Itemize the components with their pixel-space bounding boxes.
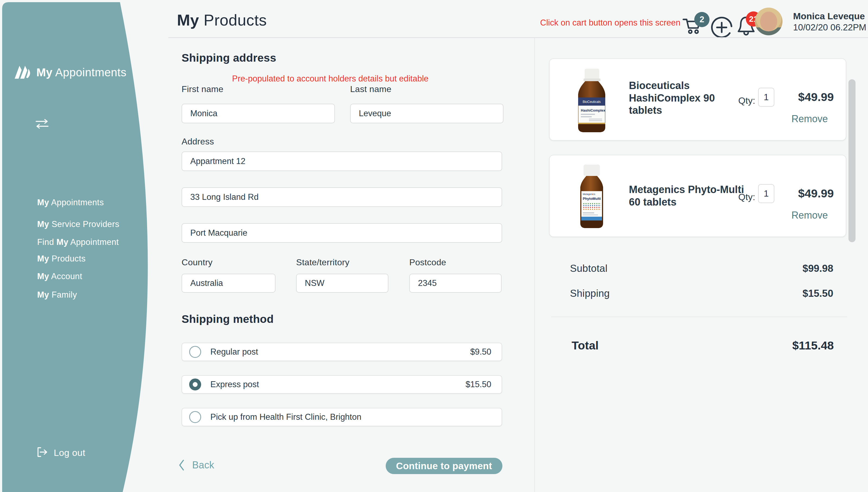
shipping-label: Shipping (570, 288, 610, 299)
last-name-field[interactable]: Leveque (350, 104, 504, 123)
back-button[interactable]: Back (179, 460, 214, 471)
shipping-method-heading: Shipping method (182, 313, 274, 325)
first-name-label: First name (182, 84, 223, 94)
sidebar-item-my-account[interactable]: My Account (37, 272, 82, 281)
user-name: Monica Leveque (793, 11, 865, 21)
sidebar-item-my-family[interactable]: My Family (37, 290, 77, 300)
shipping-value: $15.50 (802, 288, 833, 299)
avatar[interactable] (755, 7, 783, 35)
cart-item-price: $49.99 (798, 91, 834, 104)
radio-pickup[interactable] (189, 411, 201, 423)
summary-divider (551, 317, 847, 317)
product-image-phytomulti: Metagenics PhytoMulti (570, 163, 613, 229)
cart-item-name: Metagenics Phyto-Multi 60 tablets (629, 183, 750, 208)
header-divider (168, 37, 868, 38)
logout-icon (36, 446, 48, 459)
logout-label: Log out (54, 447, 85, 458)
cart-button[interactable]: 2 (682, 14, 710, 39)
chevron-left-icon (179, 460, 184, 471)
subtotal-label: Subtotal (570, 263, 608, 274)
address-line2-field[interactable]: 33 Long Island Rd (182, 187, 502, 207)
shipping-option-express-post[interactable]: Express post $15.50 (182, 375, 502, 394)
qty-label: Qty: (738, 192, 755, 202)
country-field[interactable]: Australia (182, 274, 276, 293)
radio-express-post[interactable] (189, 378, 201, 390)
sidebar-item-my-service-providers[interactable]: My Service Providers (37, 219, 120, 229)
total-label: Total (571, 339, 599, 352)
postcode-label: Postcode (409, 257, 446, 267)
shipping-option-regular-post[interactable]: Regular post $9.50 (182, 343, 502, 361)
remove-item-link[interactable]: Remove (791, 210, 828, 221)
sidebar-item-my-appointments[interactable]: My Appointments (37, 198, 104, 207)
country-label: Country (182, 257, 212, 267)
logout-button[interactable]: Log out (36, 446, 85, 459)
form-annotation: Pre-populated to account holders details… (232, 74, 429, 83)
qty-label: Qty: (738, 95, 755, 106)
product-image-hashicomplex: BioCeuticals HashiComplex (570, 68, 613, 133)
qty-input[interactable]: 1 (758, 184, 774, 203)
user-datetime: 10/02/20 06.22PM (793, 22, 866, 32)
sidebar-item-find-my-appointment[interactable]: Find My Appointment (37, 237, 119, 247)
address-line3-field[interactable]: Port Macquarie (182, 223, 502, 243)
svg-text:HashiComplex: HashiComplex (581, 108, 606, 113)
page-title: My Products (177, 11, 267, 29)
total-value: $115.48 (792, 339, 834, 352)
header-annotation: Click on cart button opens this screen (540, 18, 681, 28)
address-label: Address (182, 137, 214, 147)
subtotal-value: $99.98 (802, 263, 833, 274)
shipping-option-pickup[interactable]: Pick up from Health First Clinic, Bright… (182, 408, 502, 426)
state-label: State/territory (296, 257, 350, 267)
scrollbar[interactable] (848, 79, 856, 242)
radio-regular-post[interactable] (189, 346, 201, 358)
app-logo-text: My Appointments (36, 66, 126, 79)
last-name-label: Last name (350, 84, 391, 94)
app-logo: My Appointments (14, 65, 126, 80)
cart-count-badge: 2 (694, 12, 710, 27)
sidebar-item-my-products[interactable]: My Products (37, 254, 85, 264)
postcode-field[interactable]: 2345 (409, 274, 502, 293)
panel-divider (534, 38, 535, 492)
svg-text:Metagenics: Metagenics (583, 193, 595, 196)
svg-text:BioCeuticals: BioCeuticals (583, 100, 601, 104)
cart-item-price: $49.99 (798, 187, 834, 200)
cart-item-card: BioCeuticals HashiComplex Bioceuticals H… (549, 58, 846, 141)
swap-arrows-icon[interactable] (35, 119, 49, 130)
first-name-field[interactable]: Monica (182, 104, 335, 123)
remove-item-link[interactable]: Remove (791, 113, 828, 125)
mountain-logo-icon (14, 65, 32, 80)
add-product-button[interactable] (710, 16, 733, 40)
svg-text:PhytoMulti: PhytoMulti (583, 197, 601, 201)
shipping-address-heading: Shipping address (182, 52, 276, 64)
qty-input[interactable]: 1 (758, 88, 774, 107)
address-line1-field[interactable]: Appartment 12 (182, 151, 502, 171)
state-field[interactable]: NSW (296, 274, 388, 293)
cart-item-name: Bioceuticals HashiComplex 90 tablets (629, 79, 750, 117)
cart-item-card: Metagenics PhytoMulti Metagenics Phyto-M… (549, 155, 846, 237)
plus-circle-icon (710, 16, 733, 39)
continue-to-payment-button[interactable]: Continue to payment (386, 458, 503, 474)
